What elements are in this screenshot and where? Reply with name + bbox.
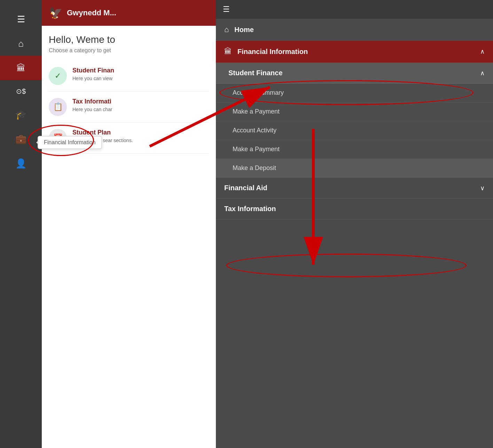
- griffin-icon: 🦅: [49, 6, 63, 20]
- clock-dollar-icon: ⊙$: [16, 88, 26, 95]
- sidebar-item-home[interactable]: ⌂: [0, 31, 42, 56]
- tax-info-icon: 📋: [49, 98, 67, 116]
- sub-item-account-summary[interactable]: Account Summary: [216, 84, 493, 102]
- sidebar: ☰ ⌂ 🏛 ⊙$ 🎓 💼 👤: [0, 0, 42, 448]
- home-icon: ⌂: [18, 39, 24, 48]
- financial-aid-nav-label: Financial Aid: [224, 184, 480, 192]
- tax-info-nav-label: Tax Information: [224, 205, 485, 213]
- tax-info-text: Tax Informati Here you can char: [72, 98, 112, 112]
- sub-item-account-activity[interactable]: Account Activity: [216, 121, 493, 140]
- nav-item-tax-info[interactable]: Tax Information: [216, 199, 493, 219]
- sidebar-item-menu[interactable]: ☰: [0, 7, 42, 31]
- briefcase-icon: 💼: [15, 134, 26, 144]
- greeting: Hello, Weme to: [49, 34, 209, 45]
- hamburger-icon[interactable]: ☰: [223, 5, 230, 14]
- person-icon: 👤: [15, 159, 26, 168]
- sidebar-item-person[interactable]: 👤: [0, 151, 42, 176]
- financial-info-tooltip: Financial Information: [38, 136, 102, 149]
- sub-item-account-summary-label: Account Summary: [233, 89, 284, 96]
- tax-info-desc: Here you can char: [72, 107, 112, 112]
- sub-item-make-payment-1-label: Make a Payment: [233, 108, 280, 115]
- sub-item-make-payment-2[interactable]: Make a Payment: [216, 140, 493, 159]
- student-finance-icon: ✓: [49, 67, 67, 85]
- tax-info-title: Tax Informati: [72, 98, 112, 105]
- sub-item-make-payment-2-label: Make a Payment: [233, 146, 280, 153]
- mobile-content: 🦅 Gwynedd M... Hello, Weme to Choose a c…: [42, 0, 216, 448]
- sidebar-item-financial[interactable]: 🏛: [0, 56, 42, 80]
- mobile-header: 🦅 Gwynedd M...: [42, 0, 216, 26]
- nav-item-home[interactable]: ⌂ Home: [216, 19, 493, 41]
- financial-nav-label: Financial Information: [237, 48, 480, 56]
- student-finance-title: Student Finan: [72, 67, 114, 74]
- make-deposit-oval: [226, 254, 467, 277]
- nav-item-student-finance[interactable]: Student Finance ∧: [216, 63, 493, 84]
- menu-icon: ☰: [17, 15, 25, 24]
- sidebar-item-clock-dollar[interactable]: ⊙$: [0, 80, 42, 102]
- right-panel: ☰ ⌂ Home 🏛 Financial Information ∧ Stude…: [216, 0, 493, 448]
- left-panel: ☰ ⌂ 🏛 ⊙$ 🎓 💼 👤 🦅 Gwynedd M... Hello, Wem…: [0, 0, 216, 448]
- sub-item-make-deposit-label: Make a Deposit: [233, 164, 276, 172]
- right-top-bar: ☰: [216, 0, 493, 19]
- student-finance-desc: Here you can view: [72, 76, 114, 81]
- student-plan-title: Student Plan: [72, 129, 133, 136]
- financial-aid-chevron: ∨: [480, 184, 485, 192]
- home-nav-icon: ⌂: [224, 25, 229, 34]
- sidebar-item-briefcase[interactable]: 💼: [0, 127, 42, 151]
- nav-item-financial-info[interactable]: 🏛 Financial Information ∧: [216, 41, 493, 63]
- financial-nav-chevron: ∧: [480, 48, 485, 55]
- student-finance-nav-chevron: ∧: [480, 69, 485, 77]
- nav-item-financial-aid[interactable]: Financial Aid ∨: [216, 178, 493, 199]
- tax-info-card[interactable]: 📋 Tax Informati Here you can char: [49, 92, 209, 123]
- sub-item-account-activity-label: Account Activity: [233, 127, 276, 134]
- student-finance-card[interactable]: ✓ Student Finan Here you can view: [49, 61, 209, 92]
- financial-icon: 🏛: [16, 63, 25, 72]
- financial-nav-icon: 🏛: [224, 47, 232, 56]
- home-nav-label: Home: [234, 26, 485, 34]
- sub-item-make-deposit[interactable]: Make a Deposit: [216, 159, 493, 178]
- sidebar-item-graduation[interactable]: 🎓: [0, 102, 42, 127]
- student-finance-nav-label: Student Finance: [224, 69, 480, 77]
- subtitle: Choose a category to get: [49, 47, 209, 54]
- school-name: Gwynedd M...: [67, 8, 116, 17]
- graduation-icon: 🎓: [15, 110, 26, 119]
- sub-item-make-payment-1[interactable]: Make a Payment: [216, 102, 493, 121]
- student-finance-text: Student Finan Here you can view: [72, 67, 114, 81]
